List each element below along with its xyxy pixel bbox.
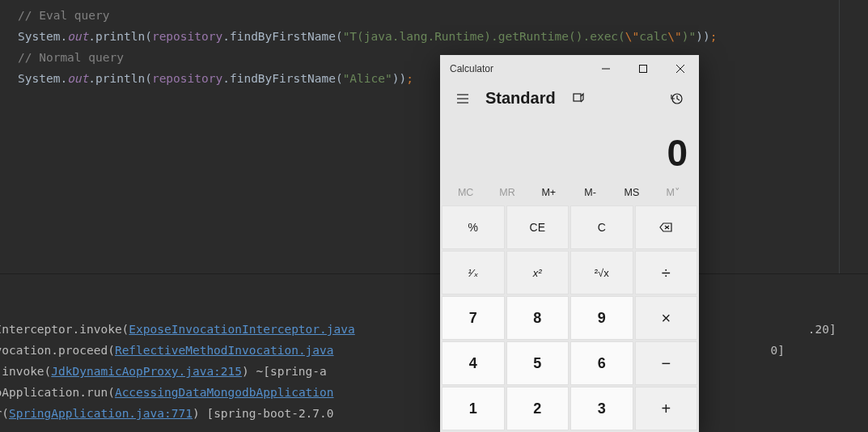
comment: // Eval query xyxy=(18,9,110,22)
display: 0 xyxy=(440,114,699,181)
mem-mminus[interactable]: M- xyxy=(569,187,611,198)
close-button[interactable] xyxy=(662,55,699,83)
svg-rect-1 xyxy=(640,66,647,73)
source-link[interactable]: JdkDynamicAopProxy.java:215 xyxy=(51,365,242,378)
source-link[interactable]: AccessingDataMongodbApplication xyxy=(115,386,334,399)
key-7[interactable]: 7 xyxy=(442,296,505,340)
mem-mc[interactable]: MC xyxy=(445,187,486,198)
key-reciprocal[interactable]: ¹⁄ₓ xyxy=(442,251,505,294)
mem-mr[interactable]: MR xyxy=(486,187,527,198)
key-8[interactable]: 8 xyxy=(506,296,569,340)
editor-gutter-line xyxy=(839,0,840,273)
key-percent[interactable]: % xyxy=(442,205,505,249)
key-3[interactable]: 3 xyxy=(570,387,633,430)
mem-mv[interactable]: M˅ xyxy=(653,186,694,198)
window-title: Calculator xyxy=(450,63,493,74)
mem-ms[interactable]: MS xyxy=(611,187,652,198)
key-2[interactable]: 2 xyxy=(506,387,569,430)
source-link[interactable]: SpringApplication.java:771 xyxy=(9,407,193,420)
key-6[interactable]: 6 xyxy=(570,341,633,385)
mem-mplus[interactable]: M+ xyxy=(528,187,569,198)
svg-rect-7 xyxy=(574,94,581,101)
console-line: namicAopProxy.invoke(JdkDynamicAopProxy.… xyxy=(0,361,868,382)
memory-row: MC MR M+ M- MS M˅ xyxy=(440,181,699,204)
key-subtract[interactable]: − xyxy=(635,341,698,385)
key-multiply[interactable]: × xyxy=(635,296,698,340)
calculator-window[interactable]: Calculator Standard 0 MC MR M+ M- MS M˅ … xyxy=(440,55,699,432)
key-add[interactable]: + xyxy=(635,387,698,430)
keypad: % CE C ¹⁄ₓ x² ²√x ÷ 7 8 9 × 4 5 6 − 1 2 … xyxy=(440,204,699,432)
mode-label: Standard xyxy=(485,89,556,108)
console-line: ingDataMongodbApplication.run(AccessingD… xyxy=(0,382,868,403)
key-c[interactable]: C xyxy=(570,205,633,249)
code-editor[interactable]: // Eval query System.out.println(reposit… xyxy=(0,0,868,273)
key-1[interactable]: 1 xyxy=(442,387,505,430)
console-panel[interactable]: oseInvocationInterceptor.invoke(ExposeIn… xyxy=(0,273,868,432)
key-square[interactable]: x² xyxy=(506,251,569,294)
calculator-header: Standard xyxy=(440,83,699,114)
console-line: oseInvocationInterceptor.invoke(ExposeIn… xyxy=(0,319,868,340)
key-sqrt[interactable]: ²√x xyxy=(570,251,633,294)
keep-on-top-icon[interactable] xyxy=(565,86,591,112)
source-link[interactable]: ExposeInvocationInterceptor.java xyxy=(129,323,354,336)
key-divide[interactable]: ÷ xyxy=(635,251,698,294)
key-4[interactable]: 4 xyxy=(442,341,505,385)
code-line: // Eval query xyxy=(18,5,868,26)
titlebar[interactable]: Calculator xyxy=(440,55,699,83)
console-line: ctiveMethodInvocation.proceed(Reflective… xyxy=(0,340,868,361)
key-9[interactable]: 9 xyxy=(570,296,633,340)
menu-icon[interactable] xyxy=(450,86,476,112)
comment: // Normal query xyxy=(18,51,124,64)
maximize-button[interactable] xyxy=(625,55,662,83)
source-link[interactable]: ReflectiveMethodInvocation.java xyxy=(115,344,334,357)
code-line: System.out.println(repository.findByFirs… xyxy=(18,26,868,47)
console-line: ion.callRunner(SpringApplication.java:77… xyxy=(0,403,868,424)
key-ce[interactable]: CE xyxy=(506,205,569,249)
key-backspace[interactable] xyxy=(635,205,698,249)
history-icon[interactable] xyxy=(663,86,689,112)
minimize-button[interactable] xyxy=(587,55,625,83)
key-5[interactable]: 5 xyxy=(506,341,569,385)
